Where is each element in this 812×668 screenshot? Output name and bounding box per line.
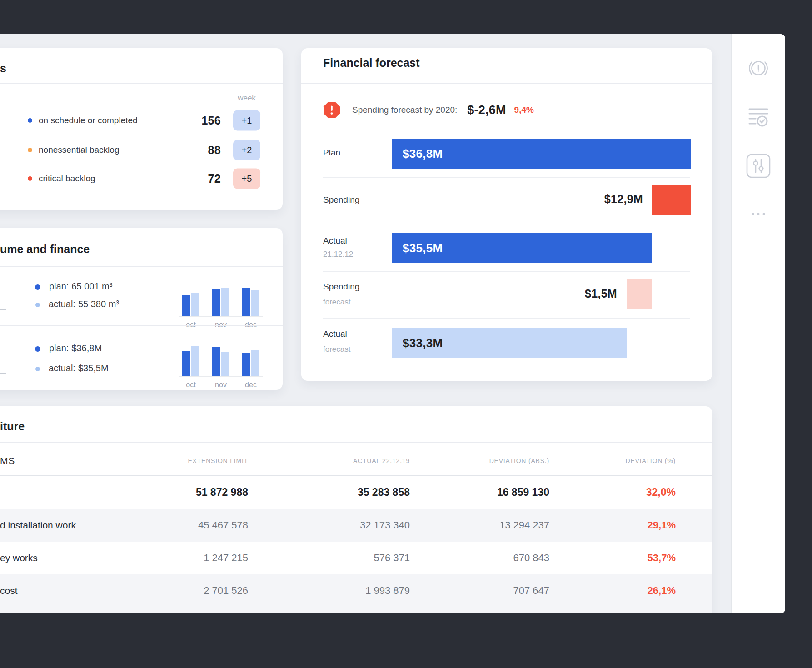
table-header-row: MS EXTENSION LIMIT ACTUAL 22.12.19 DEVIA… — [0, 450, 712, 472]
week-delta-badge: +2 — [233, 140, 260, 160]
expenditure-title-fragment: iture — [0, 420, 25, 433]
red-bar — [652, 185, 691, 215]
extension-limit-cell: 1 247 215 — [204, 552, 248, 564]
deviation-abs-cell: 670 843 — [513, 552, 549, 564]
deviation-pct-cell: 32,0% — [646, 486, 676, 499]
cut-off-dash — [0, 309, 6, 310]
divider — [301, 83, 712, 84]
table-row: 51 872 98835 283 85816 859 13032,0% — [0, 475, 712, 509]
alert-circle-icon[interactable] — [745, 55, 772, 81]
header-actual: ACTUAL 22.12.19 — [353, 457, 410, 464]
actual-cell: 32 173 340 — [360, 519, 410, 531]
alert-value: $-2,6M — [467, 103, 506, 117]
chart-baseline — [179, 316, 263, 317]
financial-forecast-card: Financial forecast Spending forecast by … — [301, 48, 712, 381]
legend-dot-icon — [28, 176, 32, 181]
legend-dot-icon — [28, 148, 32, 152]
forecast-row-label: Spending — [323, 282, 359, 292]
finance-mini-chart: octnovdec — [179, 332, 263, 386]
expenditure-table-card: iture MS EXTENSION LIMIT ACTUAL 22.12.19… — [0, 406, 712, 613]
warning-octagon-icon — [323, 101, 340, 119]
month-label: nov — [207, 381, 234, 389]
alert-percent: 9,4% — [514, 105, 534, 115]
status-card-title-fragment: s — [0, 62, 6, 75]
bar-outside-value: $12,9M — [604, 193, 643, 206]
status-value: 156 — [201, 114, 221, 127]
actual-dot-icon — [35, 367, 40, 371]
alert-label: Spending forecast by 2020: — [352, 105, 457, 115]
actual-cell: 35 283 858 — [358, 486, 410, 499]
plan-dot-icon — [35, 284, 40, 290]
actual-cell: 576 371 — [374, 552, 410, 564]
volume-card-title-fragment: ume and finance — [0, 243, 90, 256]
table-row: d installation work45 467 57832 173 3401… — [0, 509, 712, 542]
plan-bar — [242, 288, 250, 316]
actual-bar — [221, 352, 229, 376]
actual-bar — [221, 288, 229, 316]
plan-bar — [182, 351, 190, 376]
more-options-icon[interactable] — [751, 212, 766, 216]
month-label: oct — [177, 381, 204, 389]
actual-dot-icon — [35, 303, 40, 307]
bar-outside-value: $1,5M — [585, 287, 617, 300]
plan-bar — [212, 347, 220, 376]
chart-baseline — [179, 376, 263, 377]
forecast-row-sublabel: forecast — [323, 345, 350, 354]
status-row: nonessential backlog88+2 — [0, 140, 283, 160]
plan-bar — [182, 295, 190, 316]
status-label: nonessential backlog — [39, 145, 119, 155]
header-deviation-pct: DEVIATION (%) — [626, 457, 676, 464]
actual-bar — [251, 290, 259, 316]
extension-limit-cell: 51 872 988 — [196, 486, 248, 499]
status-label: on schedule or completed — [39, 115, 138, 125]
plan-bar — [212, 289, 220, 316]
actual-bar — [191, 346, 199, 376]
finance-actual-legend: actual:$35,5M — [35, 363, 109, 374]
table-row: cost2 701 5261 993 879707 64726,1% — [0, 574, 712, 613]
divider — [0, 83, 283, 84]
volume-plan-legend: plan:65 001 m³ — [35, 281, 112, 292]
deviation-abs-cell: 16 859 130 — [497, 486, 549, 499]
status-value: 72 — [208, 172, 221, 185]
bar-value: $35,5M — [392, 233, 443, 263]
month-label: dec — [237, 381, 264, 389]
volume-mini-chart: octnovdec — [179, 272, 263, 326]
divider — [0, 266, 283, 267]
right-icon-sidebar — [731, 34, 785, 613]
deviation-pct-cell: 29,1% — [648, 519, 676, 531]
app-window: s week on schedule or completed156+1none… — [0, 34, 785, 613]
deviation-pct-cell: 53,7% — [648, 552, 676, 564]
checklist-icon[interactable] — [747, 107, 769, 129]
volume-finance-card: ume and finance plan:65 001 m³ actual:55… — [0, 228, 283, 390]
sliders-icon[interactable] — [746, 154, 771, 178]
forecast-row-label: Actual — [323, 329, 347, 339]
month-label: dec — [237, 321, 264, 329]
bar-value: $33,3M — [392, 328, 443, 358]
divider — [323, 271, 690, 272]
forecast-row-sublabel: 21.12.12 — [323, 250, 353, 259]
header-items: MS — [0, 455, 15, 466]
volume-actual-legend: actual:55 380 m³ — [35, 299, 119, 309]
bar-value: $36,8M — [392, 139, 443, 169]
blue-bar: $35,5M — [392, 233, 652, 263]
divider — [0, 325, 283, 326]
pink-bar — [627, 279, 652, 309]
forecast-row-label: Actual — [323, 236, 347, 246]
finance-plan-legend: plan:$36,8M — [35, 343, 102, 354]
divider — [323, 177, 690, 178]
deviation-abs-cell: 13 294 237 — [499, 519, 549, 531]
divider — [323, 224, 690, 224]
item-cell: d installation work — [0, 520, 76, 531]
cut-off-dash — [0, 373, 6, 374]
status-summary-card: s week on schedule or completed156+1none… — [0, 48, 283, 210]
status-row: critical backlog72+5 — [0, 168, 283, 189]
status-label: critical backlog — [39, 174, 95, 184]
divider — [323, 318, 690, 319]
forecast-card-title: Financial forecast — [323, 56, 420, 70]
divider — [0, 442, 712, 443]
status-row: on schedule or completed156+1 — [0, 110, 283, 131]
legend-dot-icon — [28, 118, 32, 123]
status-value: 88 — [208, 144, 221, 157]
table-row: ey works1 247 215576 371670 84353,7% — [0, 542, 712, 574]
week-column-label: week — [233, 94, 260, 103]
